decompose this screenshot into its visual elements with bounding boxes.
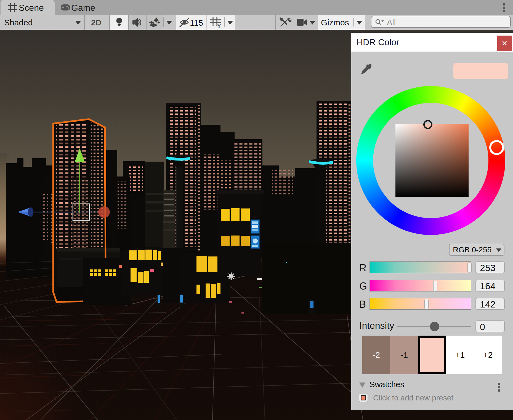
svg-text:Y: Y: [217, 23, 221, 28]
